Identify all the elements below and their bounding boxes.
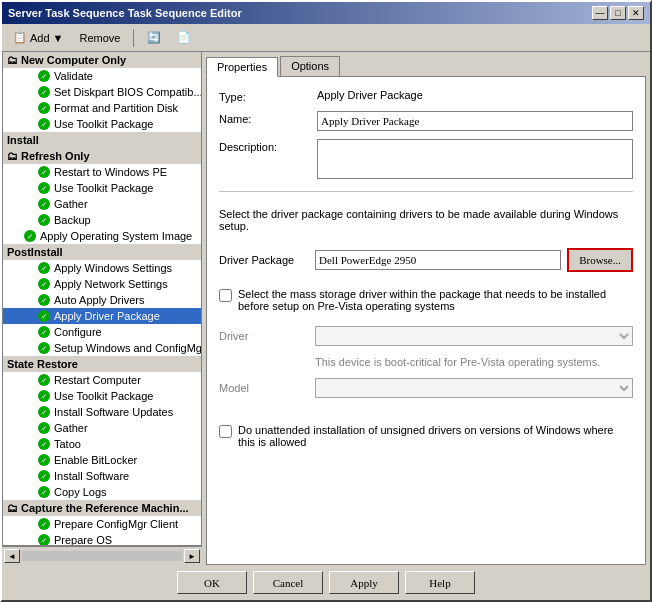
description-input[interactable]: [317, 139, 633, 179]
check-icon: ✓: [37, 533, 51, 546]
folder-capture-icon: 🗂: [7, 502, 21, 514]
remove-button[interactable]: Remove: [72, 27, 127, 49]
check-icon: ✓: [37, 165, 51, 179]
name-input[interactable]: [317, 111, 633, 131]
tree-item-configure[interactable]: ✓Configure: [3, 324, 201, 340]
tree-item-use-toolkit-3[interactable]: ✓Use Toolkit Package: [3, 388, 201, 404]
checkbox-unsigned-drivers-row: Do unattended installation of unsigned d…: [219, 424, 633, 448]
check-icon: ✓: [37, 469, 51, 483]
tree-item-set-diskpart[interactable]: ✓Set Diskpart BIOS Compatib...: [3, 84, 201, 100]
description-row: Description:: [219, 139, 633, 179]
tree-item-backup[interactable]: ✓Backup: [3, 212, 201, 228]
check-icon: ✓: [37, 517, 51, 531]
check-icon: ✓: [37, 421, 51, 435]
mass-storage-label: Select the mass storage driver within th…: [238, 288, 633, 312]
check-icon: ✓: [23, 229, 37, 243]
type-label: Type:: [219, 89, 309, 103]
minimize-button[interactable]: —: [592, 6, 608, 20]
tree-item-apply-driver-pkg[interactable]: ✓Apply Driver Package: [3, 308, 201, 324]
check-icon: ✓: [37, 309, 51, 323]
left-panel: 🗂 New Computer Only ✓Validate ✓Set Diskp…: [2, 52, 202, 546]
section-new-computer: 🗂 New Computer Only: [3, 52, 201, 68]
add-label: Add: [30, 32, 50, 44]
check-icon: ✓: [37, 325, 51, 339]
tree-item-restart-computer[interactable]: ✓Restart Computer: [3, 372, 201, 388]
unsigned-drivers-checkbox[interactable]: [219, 425, 232, 438]
check-icon: ✓: [37, 213, 51, 227]
title-bar: Server Task Sequence Task Sequence Edito…: [2, 2, 650, 24]
tree-item-enable-bitlocker[interactable]: ✓Enable BitLocker: [3, 452, 201, 468]
window-title: Server Task Sequence Task Sequence Edito…: [8, 7, 242, 19]
tree-item-format-partition[interactable]: ✓Format and Partition Disk: [3, 100, 201, 116]
tree-item-prepare-os[interactable]: ✓Prepare OS: [3, 532, 201, 546]
tree-item-copy-logs[interactable]: ✓Copy Logs: [3, 484, 201, 500]
properties-tab-content: Type: Apply Driver Package Name: Descrip…: [206, 76, 646, 565]
tree-item-apply-net-settings[interactable]: ✓Apply Network Settings: [3, 276, 201, 292]
tree-item-auto-apply-drivers[interactable]: ✓Auto Apply Drivers: [3, 292, 201, 308]
checkbox-mass-storage-row: Select the mass storage driver within th…: [219, 288, 633, 312]
apply-button[interactable]: Apply: [329, 571, 399, 594]
close-button[interactable]: ✕: [628, 6, 644, 20]
tree-item-prepare-configmgr[interactable]: ✓Prepare ConfigMgr Client: [3, 516, 201, 532]
section-state-restore: State Restore: [3, 356, 201, 372]
scroll-right-button[interactable]: ►: [184, 549, 200, 563]
type-row: Type: Apply Driver Package: [219, 89, 633, 103]
check-icon: ✓: [37, 485, 51, 499]
tree-item-gather-2[interactable]: ✓Gather: [3, 420, 201, 436]
scroll-track: [22, 551, 182, 561]
tree-item-gather-1[interactable]: ✓Gather: [3, 196, 201, 212]
main-content: 🗂 New Computer Only ✓Validate ✓Set Diskp…: [2, 52, 650, 565]
tree-item-restart-winpe[interactable]: ✓Restart to Windows PE: [3, 164, 201, 180]
section-postinstall: PostInstall: [3, 244, 201, 260]
mass-storage-checkbox[interactable]: [219, 289, 232, 302]
cancel-button[interactable]: Cancel: [253, 571, 323, 594]
main-window: Server Task Sequence Task Sequence Edito…: [0, 0, 652, 602]
type-value: Apply Driver Package: [317, 89, 633, 101]
add-button[interactable]: 📋 Add ▼: [6, 27, 70, 49]
folder-new-computer-icon: 🗂: [7, 54, 21, 66]
driver-package-label: Driver Package: [219, 254, 309, 266]
model-select: [315, 378, 633, 398]
tree-item-use-toolkit-1[interactable]: ✓Use Toolkit Package: [3, 116, 201, 132]
check-icon: ✓: [37, 437, 51, 451]
tab-options[interactable]: Options: [280, 56, 340, 76]
tab-properties[interactable]: Properties: [206, 57, 278, 77]
maximize-button[interactable]: □: [610, 6, 626, 20]
tree-item-validate[interactable]: ✓Validate: [3, 68, 201, 84]
check-icon: ✓: [37, 341, 51, 355]
separator-1: [219, 191, 633, 192]
tree-item-install-sw-updates[interactable]: ✓Install Software Updates: [3, 404, 201, 420]
check-icon: ✓: [37, 69, 51, 83]
tree-item-setup-windows[interactable]: ✓Setup Windows and ConfigMgr: [3, 340, 201, 356]
tree-item-tatoo[interactable]: ✓Tatoo: [3, 436, 201, 452]
tree-item-apply-os[interactable]: ✓Apply Operating System Image: [3, 228, 201, 244]
check-icon: ✓: [37, 181, 51, 195]
tree-item-install-software[interactable]: ✓Install Software: [3, 468, 201, 484]
help-button[interactable]: Help: [405, 571, 475, 594]
left-panel-scrollbar: ◄ ►: [2, 546, 202, 565]
add-icon: 📋: [13, 31, 27, 44]
toolbar-separator: [133, 29, 134, 47]
properties-toolbar-button[interactable]: 📄: [170, 27, 198, 49]
driver-package-input[interactable]: [315, 250, 561, 270]
check-icon: ✓: [37, 453, 51, 467]
title-bar-buttons: — □ ✕: [592, 6, 644, 20]
check-icon: ✓: [37, 277, 51, 291]
model-dropdown-label: Model: [219, 382, 309, 394]
driver-package-row: Driver Package Browse...: [219, 248, 633, 272]
tree-item-use-toolkit-2[interactable]: ✓Use Toolkit Package: [3, 180, 201, 196]
folder-refresh-icon: 🗂: [7, 150, 21, 162]
refresh-icon: 🔄: [147, 31, 161, 44]
tree-item-apply-win-settings[interactable]: ✓Apply Windows Settings: [3, 260, 201, 276]
check-icon: ✓: [37, 261, 51, 275]
refresh-button[interactable]: 🔄: [140, 27, 168, 49]
add-dropdown-icon: ▼: [53, 32, 64, 44]
check-icon: ✓: [37, 117, 51, 131]
browse-button[interactable]: Browse...: [567, 248, 633, 272]
left-panel-wrapper: 🗂 New Computer Only ✓Validate ✓Set Diskp…: [2, 52, 202, 565]
scroll-left-button[interactable]: ◄: [4, 549, 20, 563]
toolbar: 📋 Add ▼ Remove 🔄 📄: [2, 24, 650, 52]
description-text: Select the driver package containing dri…: [219, 208, 633, 232]
ok-button[interactable]: OK: [177, 571, 247, 594]
description-label: Description:: [219, 139, 309, 153]
